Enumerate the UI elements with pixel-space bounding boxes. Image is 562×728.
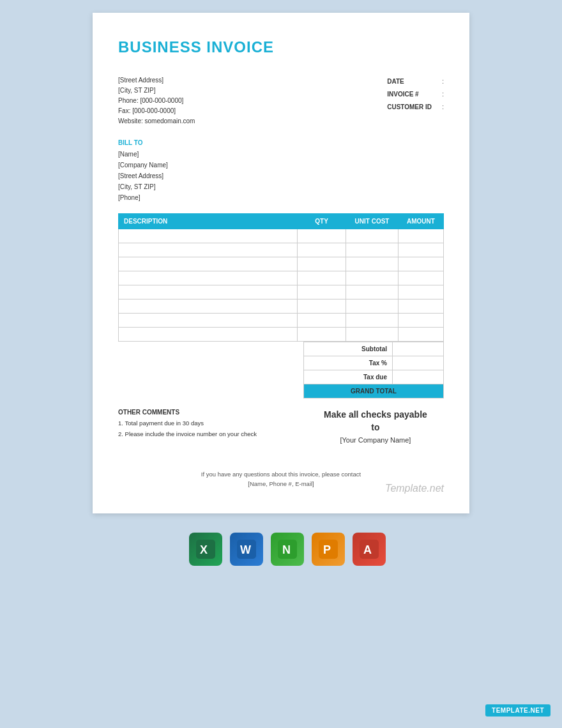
date-colon: : [442, 75, 444, 88]
unit-cost-cell [346, 328, 398, 342]
amount-cell [398, 257, 443, 271]
qty-cell [297, 229, 346, 243]
watermark-text: Template.net [385, 483, 444, 494]
bill-to-phone: [Phone] [118, 192, 444, 203]
svg-text:N: N [282, 543, 291, 556]
table-row [119, 229, 444, 243]
subtotal-label: Subtotal [304, 342, 393, 356]
subtotal-value [393, 342, 444, 356]
bill-to-label: BILL TO [118, 139, 444, 146]
bill-to-block: [Name] [Company Name] [Street Address] [… [118, 149, 444, 203]
bill-to-street: [Street Address] [118, 171, 444, 181]
col-description: DESCRIPTION [119, 214, 298, 229]
unit-cost-cell [346, 271, 398, 285]
numbers-icon[interactable]: N [271, 533, 304, 566]
amount-cell [398, 300, 443, 314]
amount-cell [398, 243, 443, 257]
amount-cell [398, 285, 443, 300]
excel-icon[interactable]: X [189, 533, 222, 566]
subtotal-row: Subtotal [304, 342, 444, 356]
tax-due-label: Tax due [304, 370, 393, 384]
desc-cell [119, 243, 298, 257]
table-header-row: DESCRIPTION QTY UNIT COST AMOUNT [119, 214, 444, 229]
amount-cell [398, 314, 443, 328]
customer-id-label: CUSTOMER ID [387, 101, 438, 114]
bill-to-name: [Name] [118, 149, 444, 160]
template-badge: TEMPLATE.NET [485, 704, 551, 717]
tax-label: Tax % [304, 356, 393, 370]
comment-item-1: 1. Total payment due in 30 days [118, 420, 298, 427]
unit-cost-cell [346, 285, 398, 300]
svg-text:X: X [200, 543, 208, 556]
qty-cell [297, 314, 346, 328]
grand-total-row: GRAND TOTAL [304, 384, 444, 398]
fax-address: Fax: [000-000-0000] [118, 106, 195, 116]
website-address: Website: somedomain.com [118, 116, 195, 126]
header-section: [Street Address] [City, ST ZIP] Phone: [… [118, 75, 444, 126]
table-row [119, 285, 444, 300]
totals-wrapper: Subtotal Tax % Tax due GRAND TOTAL [118, 342, 444, 398]
qty-cell [297, 328, 346, 342]
checks-company: [Your Company Name] [307, 436, 444, 444]
word-icon[interactable]: W [230, 533, 263, 566]
items-table: DESCRIPTION QTY UNIT COST AMOUNT [118, 213, 444, 342]
invoice-label: INVOICE # [387, 88, 438, 101]
checks-line1: Make all checks payable [324, 409, 427, 420]
qty-cell [297, 285, 346, 300]
col-unit-cost: UNIT COST [346, 214, 398, 229]
col-qty: QTY [297, 214, 346, 229]
amount-cell [398, 229, 443, 243]
bill-to-city: [City, ST ZIP] [118, 181, 444, 192]
tax-row: Tax % [304, 356, 444, 370]
pdf-icon[interactable]: A [353, 533, 386, 566]
date-label: DATE [387, 75, 438, 88]
street-address: [Street Address] [118, 75, 195, 86]
bottom-section: OTHER COMMENTS 1. Total payment due in 3… [118, 409, 444, 444]
qty-cell [297, 243, 346, 257]
unit-cost-cell [346, 229, 398, 243]
qty-cell [297, 257, 346, 271]
amount-cell [398, 328, 443, 342]
comments-section: OTHER COMMENTS 1. Total payment due in 3… [118, 409, 298, 441]
unit-cost-cell [346, 300, 398, 314]
desc-cell [119, 257, 298, 271]
table-row [119, 300, 444, 314]
desc-cell [119, 314, 298, 328]
invoice-row: INVOICE # : [387, 88, 444, 101]
table-row [119, 328, 444, 342]
checks-line2: to [371, 422, 379, 432]
invoice-colon: : [442, 88, 444, 101]
unit-cost-cell [346, 314, 398, 328]
invoice-container: BUSINESS INVOICE [Street Address] [City,… [93, 13, 469, 513]
footer-line1: If you have any questions about this inv… [118, 469, 444, 479]
tax-due-value [393, 370, 444, 384]
desc-cell [119, 285, 298, 300]
icons-row: X W N P A [176, 533, 386, 566]
svg-text:W: W [240, 543, 251, 556]
desc-cell [119, 300, 298, 314]
phone-address: Phone: [000-000-0000] [118, 96, 195, 106]
table-row [119, 314, 444, 328]
checks-main: Make all checks payable to [307, 409, 444, 434]
table-row [119, 271, 444, 285]
unit-cost-cell [346, 243, 398, 257]
city-address: [City, ST ZIP] [118, 86, 195, 96]
desc-cell [119, 328, 298, 342]
pages-icon[interactable]: P [312, 533, 345, 566]
invoice-title: BUSINESS INVOICE [118, 38, 444, 56]
customer-id-row: CUSTOMER ID : [387, 101, 444, 114]
svg-text:A: A [363, 543, 372, 556]
tax-due-row: Tax due [304, 370, 444, 384]
table-row [119, 257, 444, 271]
svg-text:P: P [323, 543, 331, 556]
tax-value [393, 356, 444, 370]
desc-cell [119, 271, 298, 285]
totals-table: Subtotal Tax % Tax due GRAND TOTAL [303, 342, 444, 398]
address-block: [Street Address] [City, ST ZIP] Phone: [… [118, 75, 195, 126]
qty-cell [297, 300, 346, 314]
amount-cell [398, 271, 443, 285]
comment-item-2: 2. Please include the invoice number on … [118, 430, 298, 437]
customer-id-colon: : [442, 101, 444, 114]
date-row: DATE : [387, 75, 444, 88]
unit-cost-cell [346, 257, 398, 271]
